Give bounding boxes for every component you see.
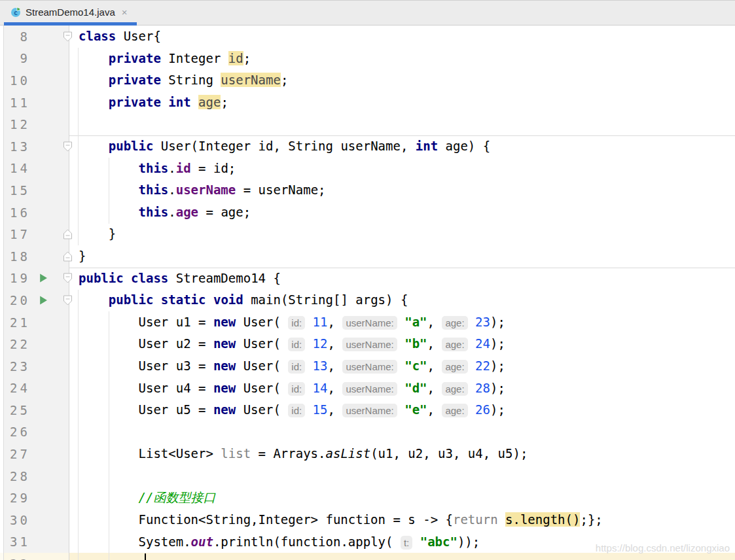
code-text[interactable]: this.userName = userName; — [69, 179, 735, 201]
fold-end-icon[interactable] — [63, 229, 73, 240]
close-icon[interactable]: × — [120, 7, 129, 18]
gutter[interactable]: 21 — [0, 311, 69, 334]
line-number[interactable]: 28 — [0, 469, 33, 483]
code-segment — [305, 402, 312, 417]
code-text[interactable]: private Integer id; — [69, 48, 735, 70]
code-text[interactable] — [69, 421, 735, 444]
code-segment: private — [109, 73, 161, 87]
gutter[interactable]: 29 — [0, 487, 69, 509]
code-segment — [397, 315, 404, 329]
gutter[interactable]: 13 — [0, 135, 69, 158]
code-text[interactable] — [69, 465, 735, 487]
line-number[interactable]: 21 — [0, 315, 33, 330]
gutter[interactable]: 22 — [0, 333, 69, 355]
code-text[interactable]: User u5 = new User( id: 15, userName: "e… — [69, 399, 735, 421]
line-number[interactable]: 27 — [0, 447, 33, 461]
gutter[interactable]: 23 — [0, 355, 69, 377]
line-number[interactable]: 24 — [0, 381, 33, 395]
run-button-icon[interactable] — [38, 273, 48, 283]
line-number[interactable]: 17 — [0, 227, 33, 241]
code-segment — [397, 336, 404, 351]
code-text[interactable]: User u1 = new User( id: 11, userName: "a… — [69, 311, 735, 334]
line-number[interactable]: 10 — [0, 73, 33, 88]
gutter[interactable]: 30 — [0, 509, 69, 531]
line-number[interactable]: 18 — [0, 249, 33, 264]
line-number[interactable]: 12 — [0, 117, 33, 131]
code-text[interactable]: } — [69, 223, 735, 245]
gutter[interactable]: 17 — [0, 223, 69, 245]
gutter[interactable]: 24 — [0, 377, 69, 400]
run-button-icon[interactable] — [38, 295, 48, 305]
code-text[interactable]: public User(Integer id, String userName,… — [69, 135, 735, 158]
line-number[interactable]: 11 — [0, 96, 33, 110]
line-number[interactable]: 14 — [0, 161, 33, 175]
line-number[interactable]: 29 — [0, 491, 33, 505]
window-edge — [0, 531, 4, 553]
code-text[interactable]: public static void main(String[] args) { — [69, 289, 735, 311]
gutter[interactable]: 27 — [0, 443, 69, 465]
fold-end-icon[interactable] — [63, 251, 73, 262]
gutter[interactable]: 19 — [0, 268, 69, 290]
gutter[interactable]: 18 — [0, 245, 69, 268]
code-text[interactable]: this.age = age; — [69, 201, 735, 224]
code-segment: public — [109, 139, 154, 153]
fold-expanded-icon[interactable] — [63, 294, 73, 306]
code-segment — [468, 315, 475, 329]
code-segment: int — [416, 139, 438, 153]
gutter[interactable]: 9 — [0, 48, 69, 70]
line-number[interactable]: 23 — [0, 359, 33, 374]
code-text[interactable]: class User{ — [69, 26, 735, 48]
code-segment: , — [427, 381, 442, 395]
code-text[interactable] — [69, 113, 735, 135]
gutter[interactable]: 12 — [0, 113, 69, 135]
line-number[interactable]: 20 — [0, 293, 33, 307]
line-number[interactable]: 15 — [0, 183, 33, 198]
code-text[interactable]: //函数型接口 — [69, 487, 735, 509]
code-text[interactable]: private int age; — [69, 92, 735, 114]
code-text[interactable]: List<User> list = Arrays.asList(u1, u2, … — [69, 443, 735, 465]
code-segment: userName: — [342, 404, 397, 417]
line-number[interactable]: 25 — [0, 403, 33, 417]
gutter[interactable]: 28 — [0, 465, 69, 487]
code-text[interactable]: this.id = id; — [69, 158, 735, 180]
line-number[interactable]: 16 — [0, 205, 33, 220]
gutter[interactable]: 15 — [0, 179, 69, 201]
gutter[interactable]: 11 — [0, 92, 69, 114]
gutter[interactable]: 25 — [0, 399, 69, 421]
code-text[interactable]: Function<String,Integer> function = s ->… — [69, 509, 735, 531]
line-number[interactable]: 19 — [0, 271, 33, 285]
code-text[interactable]: User u2 = new User( id: 12, userName: "b… — [69, 333, 735, 355]
tab-streamdemo14[interactable]: c StreamDemo14.java × — [4, 1, 137, 25]
code-editor[interactable]: 8class User{9 private Integer id;10 priv… — [0, 26, 735, 560]
gutter[interactable]: 10 — [0, 69, 69, 92]
window-edge — [0, 113, 4, 135]
line-number[interactable]: 8 — [0, 29, 33, 44]
fold-expanded-icon[interactable] — [63, 141, 73, 152]
gutter[interactable]: 16 — [0, 201, 69, 224]
code-line: 13 public User(Integer id, String userNa… — [0, 135, 735, 158]
code-text[interactable]: private String userName; — [69, 69, 735, 92]
code-segment: private — [109, 51, 161, 65]
code-text[interactable]: } — [69, 245, 735, 268]
code-text[interactable]: User u4 = new User( id: 14, userName: "d… — [69, 377, 735, 400]
line-number[interactable]: 30 — [0, 513, 33, 527]
line-number[interactable]: 26 — [0, 425, 33, 439]
code-text[interactable]: User u3 = new User( id: 13, userName: "c… — [69, 355, 735, 377]
line-number[interactable]: 31 — [0, 534, 33, 549]
code-segment: public — [79, 271, 124, 285]
fold-expanded-icon[interactable] — [63, 273, 73, 284]
gutter[interactable]: 14 — [0, 158, 69, 180]
fold-expanded-icon[interactable] — [63, 31, 73, 42]
code-text[interactable] — [69, 553, 735, 560]
gutter[interactable]: 8 — [0, 26, 69, 48]
gutter[interactable]: 31 — [0, 531, 69, 553]
code-text[interactable]: public class StreamDemo14 { — [69, 268, 735, 290]
gutter[interactable]: 20 — [0, 289, 69, 311]
line-number[interactable]: 22 — [0, 337, 33, 351]
gutter[interactable]: 26 — [0, 421, 69, 444]
line-number[interactable]: 32 — [0, 557, 33, 560]
line-number[interactable]: 13 — [0, 139, 33, 154]
line-number[interactable]: 9 — [0, 51, 33, 65]
gutter[interactable]: 32 — [0, 553, 69, 560]
code-segment: static — [161, 292, 206, 307]
